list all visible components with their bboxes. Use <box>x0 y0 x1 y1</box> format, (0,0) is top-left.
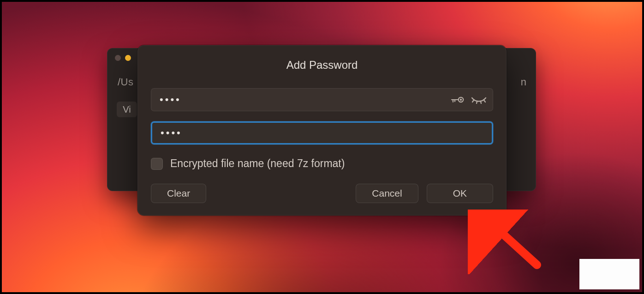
eye-closed-icon[interactable] <box>471 95 487 104</box>
clear-button[interactable]: Clear <box>151 184 206 203</box>
watermark-block <box>579 259 639 289</box>
dialog-title: Add Password <box>151 59 493 72</box>
close-window-button[interactable] <box>115 55 121 61</box>
svg-point-1 <box>460 99 462 101</box>
confirm-password-input[interactable] <box>151 121 493 144</box>
back-side-button[interactable]: Vi <box>117 102 137 117</box>
confirm-password-field-wrap <box>151 121 493 144</box>
desktop-wallpaper: /Us Vi n Add Password <box>2 2 642 292</box>
key-icon[interactable] <box>451 95 465 104</box>
back-right-label: n <box>521 76 526 88</box>
window-traffic-lights <box>115 55 131 61</box>
path-text: /Us <box>118 76 134 88</box>
annotation-arrow <box>468 210 560 274</box>
dialog-button-row: Clear Cancel OK <box>151 184 493 203</box>
ok-button[interactable]: OK <box>427 184 493 203</box>
encrypt-filenames-row: Encrypted file name (need 7z format) <box>151 157 493 170</box>
encrypt-filenames-checkbox[interactable] <box>151 158 163 170</box>
password-field-wrap <box>151 88 493 111</box>
minimize-window-button[interactable] <box>125 55 131 61</box>
password-input[interactable] <box>151 88 493 111</box>
cancel-button[interactable]: Cancel <box>356 184 418 203</box>
add-password-dialog: Add Password <box>137 45 507 216</box>
encrypt-filenames-label: Encrypted file name (need 7z format) <box>170 157 345 170</box>
